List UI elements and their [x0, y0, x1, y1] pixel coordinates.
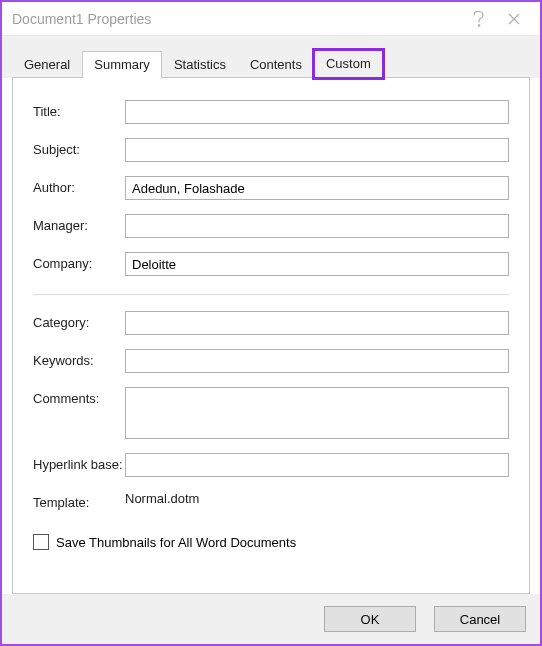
tab-statistics[interactable]: Statistics	[162, 51, 238, 78]
label-manager: Manager:	[33, 214, 125, 233]
input-hyperlink-base[interactable]	[125, 453, 509, 477]
input-manager[interactable]	[125, 214, 509, 238]
label-template: Template:	[33, 491, 125, 510]
checkbox-save-thumbnails-row[interactable]: Save Thumbnails for All Word Documents	[33, 534, 509, 550]
row-hyperlink-base: Hyperlink base:	[33, 453, 509, 477]
dialog-window: Document1 Properties General Summary Sta…	[0, 0, 542, 646]
label-category: Category:	[33, 311, 125, 330]
input-category[interactable]	[125, 311, 509, 335]
tab-custom[interactable]: Custom	[314, 50, 383, 78]
help-button[interactable]	[460, 5, 496, 33]
label-author: Author:	[33, 176, 125, 195]
label-company: Company:	[33, 252, 125, 271]
row-company: Company:	[33, 252, 509, 276]
checkbox-save-thumbnails-label: Save Thumbnails for All Word Documents	[56, 535, 296, 550]
row-template: Template: Normal.dotm	[33, 491, 509, 510]
input-company[interactable]	[125, 252, 509, 276]
tab-general[interactable]: General	[12, 51, 82, 78]
input-keywords[interactable]	[125, 349, 509, 373]
dialog-button-row: OK Cancel	[2, 594, 540, 644]
row-author: Author:	[33, 176, 509, 200]
tab-content: Title: Subject: Author: Manager: Company…	[12, 78, 530, 594]
label-subject: Subject:	[33, 138, 125, 157]
row-manager: Manager:	[33, 214, 509, 238]
input-author[interactable]	[125, 176, 509, 200]
row-subject: Subject:	[33, 138, 509, 162]
svg-point-0	[478, 24, 480, 26]
value-template: Normal.dotm	[125, 491, 199, 506]
titlebar: Document1 Properties	[2, 2, 540, 36]
close-button[interactable]	[496, 5, 532, 33]
label-title: Title:	[33, 100, 125, 119]
label-comments: Comments:	[33, 387, 125, 406]
input-subject[interactable]	[125, 138, 509, 162]
row-comments: Comments:	[33, 387, 509, 439]
input-comments[interactable]	[125, 387, 509, 439]
tab-contents[interactable]: Contents	[238, 51, 314, 78]
input-title[interactable]	[125, 100, 509, 124]
label-hyperlink-base: Hyperlink base:	[33, 453, 125, 472]
divider	[33, 294, 509, 295]
tab-row: General Summary Statistics Contents Cust…	[2, 36, 540, 78]
checkbox-box-icon[interactable]	[33, 534, 49, 550]
ok-button[interactable]: OK	[324, 606, 416, 632]
window-title: Document1 Properties	[12, 11, 460, 27]
row-title: Title:	[33, 100, 509, 124]
row-keywords: Keywords:	[33, 349, 509, 373]
label-keywords: Keywords:	[33, 349, 125, 368]
row-category: Category:	[33, 311, 509, 335]
cancel-button[interactable]: Cancel	[434, 606, 526, 632]
tab-summary[interactable]: Summary	[82, 51, 162, 79]
